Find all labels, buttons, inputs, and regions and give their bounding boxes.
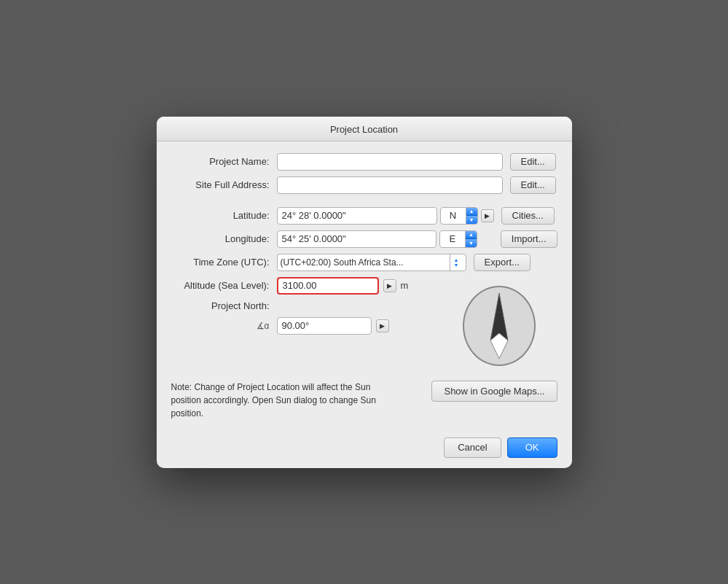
timezone-value: (UTC+02:00) South Africa Sta... [281, 257, 450, 268]
export-button[interactable]: Export... [474, 254, 531, 271]
timezone-row: Time Zone (UTC): (UTC+02:00) South Afric… [171, 254, 557, 271]
latitude-direction-control[interactable]: N ▲ ▼ [440, 207, 478, 225]
latitude-arrow-button[interactable]: ▶ [481, 209, 494, 222]
project-north-label: Project North: [171, 300, 277, 311]
latitude-dir-up[interactable]: ▲ [466, 208, 477, 217]
compass-widget [463, 308, 557, 366]
ok-button[interactable]: OK [507, 437, 557, 458]
cancel-button[interactable]: Cancel [444, 437, 501, 458]
altitude-label: Altitude (Sea Level): [171, 280, 277, 291]
longitude-dir-label: E [440, 233, 465, 244]
site-address-input[interactable] [277, 176, 503, 194]
edit-project-name-button[interactable]: Edit... [510, 153, 556, 171]
edit-site-address-button[interactable]: Edit... [510, 176, 556, 194]
angle-input[interactable] [277, 317, 372, 335]
altitude-unit: m [401, 280, 409, 291]
angle-arrow-button[interactable]: ▶ [376, 319, 389, 332]
bottom-section: Note: Change of Project Location will af… [171, 381, 557, 420]
longitude-input[interactable] [277, 230, 437, 248]
altitude-input[interactable] [277, 277, 379, 295]
project-name-label: Project Name: [171, 156, 277, 167]
latitude-input[interactable] [277, 207, 437, 225]
latitude-dir-down[interactable]: ▼ [466, 216, 477, 224]
altitude-arrow-button[interactable]: ▶ [383, 279, 396, 292]
import-button[interactable]: Import... [501, 230, 557, 248]
site-address-label: Site Full Address: [171, 179, 277, 190]
compass-arrow-svg [470, 289, 528, 362]
note-text: Note: Change of Project Location will af… [171, 381, 390, 420]
angle-icon: ∡α [171, 321, 277, 331]
longitude-dir-down[interactable]: ▼ [466, 239, 477, 247]
angle-row: ∡α ▶ [171, 317, 463, 335]
project-name-input[interactable] [277, 153, 503, 171]
show-google-maps-button[interactable]: Show in Google Maps... [431, 381, 557, 402]
longitude-row: Longitude: E ▲ ▼ ▶ Import... [171, 230, 557, 248]
note-area: Note: Change of Project Location will af… [171, 381, 425, 420]
dialog-title: Project Location [157, 117, 572, 141]
latitude-label: Latitude: [171, 210, 277, 221]
timezone-select[interactable]: (UTC+02:00) South Africa Sta... ▲ ▼ [277, 254, 466, 271]
longitude-dir-up[interactable]: ▲ [466, 231, 477, 240]
project-location-dialog: Project Location Project Name: Edit... S… [157, 117, 572, 468]
site-address-row: Site Full Address: Edit... [171, 176, 557, 194]
latitude-dir-label: N [441, 210, 466, 221]
timezone-label: Time Zone (UTC): [171, 257, 277, 268]
latitude-row: Latitude: N ▲ ▼ ▶ Cities... [171, 207, 557, 225]
dialog-footer: Cancel OK [157, 430, 572, 468]
timezone-stepper[interactable]: ▲ ▼ [450, 254, 463, 270]
right-buttons-area: Show in Google Maps... [431, 381, 557, 402]
cities-button[interactable]: Cities... [501, 207, 555, 225]
longitude-label: Longitude: [171, 233, 277, 244]
project-name-row: Project Name: Edit... [171, 153, 557, 171]
project-north-row: Project North: [171, 300, 463, 311]
compass-circle [463, 286, 536, 366]
longitude-direction-control[interactable]: E ▲ ▼ [439, 230, 477, 248]
title-text: Project Location [330, 124, 398, 135]
